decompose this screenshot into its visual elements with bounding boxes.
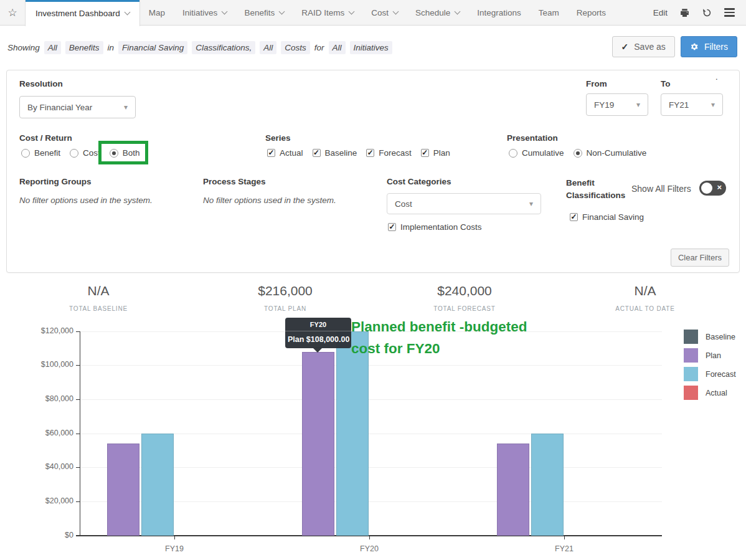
checkbox-plan[interactable]: Plan — [421, 148, 450, 158]
favorite-star-icon[interactable] — [0, 0, 25, 25]
checkbox-checked-icon — [313, 149, 321, 157]
tab-team[interactable]: Team — [530, 0, 568, 25]
y-axis-label: $0 — [19, 531, 73, 539]
summary-token: All — [329, 41, 346, 54]
checkbox-baseline[interactable]: Baseline — [313, 148, 357, 158]
radio-cumulative[interactable]: Cumulative — [509, 148, 564, 158]
legend-item-baseline[interactable]: Baseline — [684, 330, 736, 344]
legend-swatch — [684, 386, 698, 400]
resolution-label: Resolution — [19, 79, 63, 88]
tab-reports[interactable]: Reports — [568, 0, 615, 25]
print-icon[interactable] — [679, 7, 690, 18]
gear-icon — [690, 42, 699, 51]
stat-actual-to-date: N/A ACTUAL TO DATE — [552, 283, 739, 312]
bar-forecast-fy20[interactable] — [336, 331, 369, 536]
reporting-groups-empty-text: No filter options used in the system. — [19, 196, 153, 205]
legend-item-plan[interactable]: Plan — [684, 348, 736, 363]
x-axis-tick — [174, 536, 175, 539]
radio-cost[interactable]: Cost — [70, 148, 100, 158]
legend-item-forecast[interactable]: Forecast — [684, 367, 736, 381]
bar-plan-fy20[interactable] — [302, 352, 334, 536]
chevron-down-icon — [349, 8, 355, 14]
tooltip-value: Plan $108,000.00 — [285, 331, 351, 348]
checkbox-implementation-costs[interactable]: Implementation Costs — [388, 222, 482, 232]
summary-token: Initiatives — [350, 41, 392, 54]
checkbox-checked-icon — [570, 213, 578, 221]
tooltip-title: FY20 — [285, 318, 351, 331]
edit-button[interactable]: Edit — [653, 8, 668, 17]
chart-legend: Baseline Plan Forecast Actual — [684, 330, 736, 404]
toggle-off-x-icon — [717, 183, 722, 192]
stat-label: TOTAL FORECAST — [371, 305, 558, 312]
chevron-down-icon — [392, 8, 399, 14]
summary-token: in — [108, 43, 115, 52]
presentation-label: Presentation — [507, 133, 558, 143]
checkbox-checked-icon — [421, 149, 429, 157]
tab-benefits[interactable]: Benefits — [235, 0, 293, 25]
chevron-down-icon — [124, 9, 130, 15]
tab-initiatives[interactable]: Initiatives — [174, 0, 235, 25]
to-label: To — [661, 79, 671, 88]
radio-benefit[interactable]: Benefit — [21, 148, 60, 158]
tab-map[interactable]: Map — [140, 0, 174, 25]
legend-swatch — [684, 348, 698, 363]
y-axis-label: $60,000 — [19, 429, 73, 437]
bar-forecast-fy19[interactable] — [141, 434, 174, 536]
tab-schedule[interactable]: Schedule — [407, 0, 468, 25]
from-select[interactable]: FY19 — [586, 93, 648, 116]
x-axis-label: FY21 — [542, 544, 586, 553]
bar-group-fy21 — [497, 331, 564, 536]
legend-item-actual[interactable]: Actual — [684, 386, 736, 400]
check-icon — [621, 42, 629, 52]
y-axis-label: $80,000 — [19, 394, 73, 403]
process-stages-label: Process Stages — [203, 177, 266, 186]
summary-token: Benefits — [65, 41, 103, 54]
checkbox-checked-icon — [388, 223, 396, 231]
menu-icon[interactable] — [724, 8, 735, 17]
stray-dot: . — [715, 72, 718, 82]
show-all-filters-toggle[interactable] — [699, 181, 726, 196]
history-icon[interactable] — [702, 7, 712, 18]
from-label: From — [586, 79, 607, 88]
x-axis-tick — [564, 536, 565, 539]
tab-integrations[interactable]: Integrations — [468, 0, 530, 25]
bar-forecast-fy21[interactable] — [531, 434, 564, 536]
show-all-filters-label: Show All Filters — [631, 184, 691, 194]
checkbox-actual[interactable]: Actual — [267, 148, 303, 158]
chevron-down-icon — [222, 8, 228, 14]
tab-investment-dashboard[interactable]: Investment Dashboard — [25, 0, 140, 26]
bar-plan-fy21[interactable] — [497, 444, 529, 536]
checkbox-checked-icon — [366, 149, 374, 157]
checkbox-forecast[interactable]: Forecast — [366, 148, 412, 158]
summary-row: Showing All Benefits in Financial Saving… — [0, 26, 746, 62]
bar-group-fy20 — [302, 331, 369, 536]
clear-filters-button[interactable]: Clear Filters — [671, 249, 729, 267]
summary-token: for — [314, 43, 324, 52]
summary-token: Costs — [281, 41, 310, 54]
tab-raid-items[interactable]: RAID Items — [293, 0, 362, 25]
annotation-box-both — [98, 141, 148, 164]
y-axis-label: $100,000 — [19, 360, 73, 369]
stat-total-baseline: N/A TOTAL BASELINE — [5, 283, 192, 312]
stat-label: TOTAL PLAN — [192, 305, 379, 312]
bar-plan-fy19[interactable] — [107, 444, 139, 536]
cost-categories-select[interactable]: Cost — [387, 193, 541, 214]
tab-cost[interactable]: Cost — [362, 0, 407, 25]
investment-dashboard-page: Investment Dashboard Map Initiatives Ben… — [0, 0, 746, 560]
summary-token: Classifications, — [192, 41, 255, 54]
summary-token: Showing — [7, 43, 40, 52]
radio-non-cumulative[interactable]: Non-Cumulative — [574, 148, 647, 158]
benefit-classifications-label: Benefit Classifications — [566, 177, 635, 202]
save-as-button[interactable]: Save as — [612, 36, 675, 57]
stat-value: N/A — [5, 283, 192, 298]
reporting-groups-label: Reporting Groups — [19, 177, 92, 186]
radio-icon — [70, 149, 78, 158]
checkbox-financial-saving[interactable]: Financial Saving — [570, 212, 644, 222]
radio-icon — [509, 149, 517, 158]
resolution-select[interactable]: By Financial Year — [19, 96, 136, 118]
cost-categories-label: Cost Categories — [387, 177, 451, 186]
series-label: Series — [265, 133, 291, 143]
to-select[interactable]: FY21 — [661, 93, 723, 116]
filters-button[interactable]: Filters — [681, 36, 737, 57]
chevron-down-icon — [455, 8, 461, 14]
